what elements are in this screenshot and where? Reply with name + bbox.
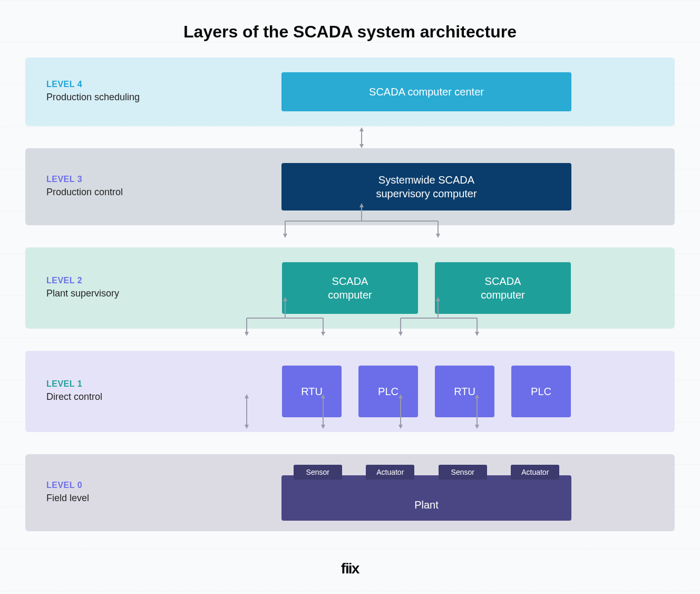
actuator-tab-2: Actuator (511, 465, 559, 480)
scada-computer-box-left: SCADAcomputer (282, 262, 418, 314)
brand-text: fiix (341, 560, 359, 577)
plant-box: Plant (281, 475, 571, 521)
level-1-row: LEVEL 1 Direct control RTU PLC RTU PLC (25, 351, 675, 432)
scada-computer-label-left: SCADAcomputer (328, 274, 372, 302)
level-3-label: LEVEL 3 Production control (46, 175, 199, 198)
systemwide-scada-box: Systemwide SCADAsupervisory computer (281, 163, 571, 210)
scada-computer-center-box: SCADA computer center (281, 72, 571, 111)
plant-tabs: Sensor Actuator Sensor Actuator (281, 465, 571, 480)
level-2-row: LEVEL 2 Plant supervisory SCADAcomputer … (25, 247, 675, 329)
svg-marker-18 (321, 332, 325, 336)
rtu-plc-pair-right: RTU PLC (435, 366, 571, 417)
actuator-tab-1: Actuator (366, 465, 414, 480)
sensor-tab-1: Sensor (294, 465, 342, 480)
level-0-num: LEVEL 0 (46, 481, 199, 490)
rtu-box-right: RTU (435, 366, 494, 417)
svg-marker-23 (398, 332, 403, 336)
svg-marker-25 (475, 332, 479, 336)
svg-marker-11 (436, 234, 440, 238)
level-1-num: LEVEL 1 (46, 379, 199, 389)
level-2-num: LEVEL 2 (46, 276, 199, 285)
level-0-label: LEVEL 0 Field level (46, 481, 199, 504)
level-1-desc: Direct control (46, 391, 199, 403)
plc-box-left: PLC (358, 366, 418, 417)
level-3-num: LEVEL 3 (46, 175, 199, 184)
scada-computer-box-right: SCADAcomputer (435, 262, 571, 314)
level-1-label: LEVEL 1 Direct control (46, 379, 199, 403)
level-3-desc: Production control (46, 186, 199, 198)
level-0-desc: Field level (46, 492, 199, 504)
diagram-container: LEVEL 4 Production scheduling SCADA comp… (25, 58, 675, 531)
level-4-num: LEVEL 4 (46, 80, 199, 89)
rtu-box-left: RTU (282, 366, 342, 417)
svg-marker-3 (359, 127, 364, 131)
rtu-plc-pair-left: RTU PLC (282, 366, 418, 417)
brand-logo: fiix (341, 560, 359, 577)
diagram-title: Layers of the SCADA system architecture (0, 0, 700, 58)
level-2-desc: Plant supervisory (46, 288, 199, 300)
svg-marker-9 (283, 234, 287, 238)
svg-marker-16 (245, 332, 249, 336)
level-4-desc: Production scheduling (46, 91, 199, 103)
plc-box-right: PLC (511, 366, 571, 417)
level-4-row: LEVEL 4 Production scheduling SCADA comp… (25, 58, 675, 126)
level-4-label: LEVEL 4 Production scheduling (46, 80, 199, 103)
level-0-row: LEVEL 0 Field level Sensor Actuator Sens… (25, 454, 675, 531)
systemwide-scada-label: Systemwide SCADAsupervisory computer (376, 173, 477, 200)
scada-computer-label-right: SCADAcomputer (481, 274, 524, 302)
plant-container: Sensor Actuator Sensor Actuator Plant (281, 465, 571, 521)
level-3-row: LEVEL 3 Production control Systemwide SC… (25, 148, 675, 225)
svg-marker-4 (359, 144, 364, 148)
level-2-label: LEVEL 2 Plant supervisory (46, 276, 199, 300)
sensor-tab-2: Sensor (439, 465, 487, 480)
